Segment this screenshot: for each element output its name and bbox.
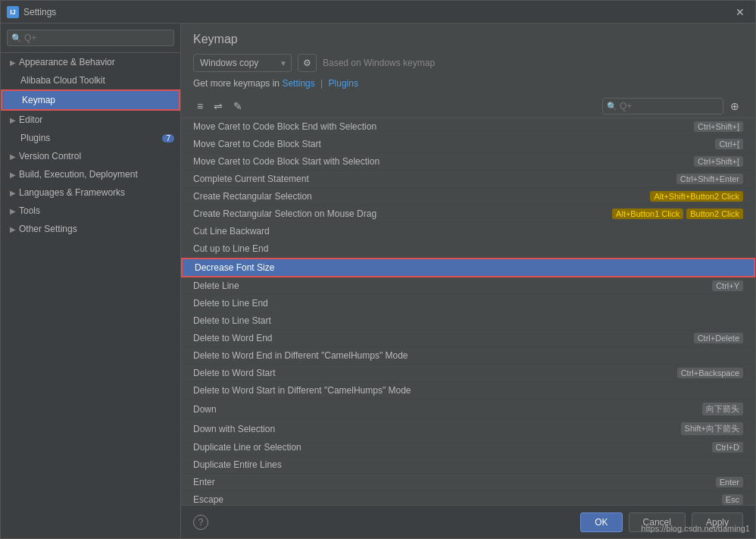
keymap-action-name: Create Rectangular Selection on Mouse Dr… (193, 208, 609, 219)
close-button[interactable]: ✕ (731, 5, 749, 20)
settings-link[interactable]: Settings (282, 78, 314, 89)
keymap-shortcut: 向下箭头 (702, 403, 743, 415)
keymap-row[interactable]: Move Caret to Code Block End with Select… (181, 118, 755, 136)
keymap-select-wrap: Windows copy ▼ (193, 54, 292, 72)
keymap-row[interactable]: Delete to Line Start (181, 312, 755, 330)
keymap-action-name: Delete to Line End (193, 298, 743, 309)
toolbar-search-button[interactable]: ⊕ (726, 98, 743, 114)
sidebar-item-build[interactable]: ▶ Build, Execution, Deployment (1, 165, 180, 183)
sidebar-item-languages[interactable]: ▶ Languages & Frameworks (1, 183, 180, 202)
edit-shortcut-button[interactable]: ✎ (230, 98, 246, 114)
sidebar-item-label: Alibaba Cloud Toolkit (20, 75, 105, 86)
keymap-action-name: Cut up to Line End (193, 243, 743, 254)
keymap-action-name: Decrease Font Size (195, 262, 742, 273)
keymap-action-name: Enter (193, 477, 713, 487)
keymap-action-name: Escape (193, 494, 719, 505)
toolbar-search-wrap: 🔍 ⊕ (602, 98, 743, 114)
keymap-row[interactable]: Delete LineCtrl+Y (181, 277, 755, 295)
toolbar-search-input[interactable] (602, 98, 723, 114)
chevron-right-icon: ▶ (10, 152, 16, 161)
footer-buttons: OK Cancel Apply (580, 512, 743, 532)
keymap-shortcut: Alt+Shift+Button2 Click (650, 191, 743, 202)
sidebar-item-label: Build, Execution, Deployment (19, 169, 138, 180)
sidebar-search-input[interactable] (7, 30, 174, 46)
sidebar-item-plugins[interactable]: Plugins7 (1, 129, 180, 147)
keymap-shortcut: Alt+Button1 Click (612, 208, 683, 219)
keymap-row[interactable]: Create Rectangular SelectionAlt+Shift+Bu… (181, 188, 755, 205)
keymap-row[interactable]: Duplicate Line or SelectionCtrl+D (181, 439, 755, 456)
keymap-shortcut: Esc (722, 494, 743, 505)
title-bar: IJ Settings ✕ (1, 1, 755, 24)
keymap-row[interactable]: Down with SelectionShift+向下箭头 (181, 419, 755, 439)
keymap-row[interactable]: Move Caret to Code Block Start with Sele… (181, 153, 755, 171)
sidebar-item-editor[interactable]: ▶ Editor (1, 111, 180, 129)
keymap-action-name: Down with Selection (193, 424, 678, 434)
collapse-all-button[interactable]: ⇌ (210, 98, 226, 114)
keymap-shortcut: Shift+向下箭头 (681, 422, 743, 435)
keymap-row[interactable]: Complete Current StatementCtrl+Shift+Ent… (181, 171, 755, 188)
ok-button[interactable]: OK (580, 512, 622, 532)
keymap-shortcut: Ctrl+Shift+] (694, 121, 743, 132)
keymap-action-name: Delete to Word End (193, 333, 691, 343)
sidebar-item-keymap[interactable]: Keymap (1, 89, 180, 111)
keymap-row[interactable]: Duplicate Entire Lines (181, 456, 755, 474)
chevron-right-icon: ▶ (10, 171, 16, 179)
sidebar-item-appearance[interactable]: ▶ Appearance & Behavior (1, 53, 180, 71)
expand-all-button[interactable]: ≡ (193, 98, 207, 114)
sidebar-item-alibaba[interactable]: Alibaba Cloud Toolkit (1, 71, 180, 89)
plugins-link[interactable]: Plugins (329, 78, 358, 89)
keymap-row[interactable]: EnterEnter (181, 474, 755, 491)
settings-window: IJ Settings ✕ 🔍 ▶ Appearance & BehaviorA… (0, 0, 756, 539)
keymap-shortcut: Ctrl+Y (712, 280, 743, 291)
sidebar-item-other[interactable]: ▶ Other Settings (1, 220, 180, 238)
keymap-select[interactable]: Windows copy (193, 54, 292, 72)
keymap-row[interactable]: Delete to Word StartCtrl+Backspace (181, 365, 755, 382)
keymap-shortcut: Ctrl+D (712, 442, 743, 453)
sidebar: 🔍 ▶ Appearance & BehaviorAlibaba Cloud T… (1, 24, 181, 538)
keymap-shortcut-2: Button2 Click (686, 208, 743, 219)
sidebar-item-label: Keymap (22, 95, 55, 105)
keymap-row[interactable]: Delete to Word End in Different "CamelHu… (181, 347, 755, 365)
keymap-row[interactable]: Cut Line Backward (181, 223, 755, 240)
gear-button[interactable]: ⚙ (298, 54, 317, 72)
sidebar-item-label: Languages & Frameworks (19, 187, 125, 198)
keymap-row[interactable]: Move Caret to Code Block StartCtrl+[ (181, 136, 755, 153)
keymap-row[interactable]: Create Rectangular Selection on Mouse Dr… (181, 205, 755, 223)
link-separator: | (320, 78, 323, 89)
keymap-action-name: Duplicate Line or Selection (193, 442, 709, 453)
app-icon: IJ (7, 6, 19, 18)
main-header: Keymap Windows copy ▼ ⚙ Based on Windows… (181, 24, 755, 95)
keymap-shortcut: Ctrl+Shift+Enter (676, 174, 743, 184)
keymap-action-name: Move Caret to Code Block Start (193, 139, 712, 149)
keymap-row[interactable]: Delete to Word EndCtrl+Delete (181, 330, 755, 347)
sidebar-item-label: Appearance & Behavior (19, 57, 115, 67)
keymap-controls: Windows copy ▼ ⚙ Based on Windows keymap (193, 54, 743, 72)
badge: 7 (162, 134, 174, 143)
keymap-shortcut: Ctrl+[ (715, 139, 743, 149)
sidebar-search-area: 🔍 (1, 24, 180, 53)
sidebar-item-label: Other Settings (19, 224, 77, 234)
search-icon: 🔍 (11, 33, 22, 43)
keymap-row[interactable]: Down向下箭头 (181, 400, 755, 419)
apply-button[interactable]: Apply (692, 512, 743, 532)
toolbar-search-icon: 🔍 (607, 102, 617, 111)
keymap-based-text: Based on Windows keymap (323, 58, 435, 68)
sidebar-item-version-control[interactable]: ▶ Version Control (1, 147, 180, 165)
main-panel: Keymap Windows copy ▼ ⚙ Based on Windows… (181, 24, 755, 538)
sidebar-item-tools[interactable]: ▶ Tools (1, 202, 180, 220)
keymap-action-name: Delete to Word Start (193, 368, 674, 378)
help-button[interactable]: ? (193, 515, 208, 530)
keymap-row[interactable]: Delete to Word Start in Different "Camel… (181, 382, 755, 400)
keymap-row[interactable]: Delete to Line End (181, 295, 755, 312)
keymap-action-name: Move Caret to Code Block End with Select… (193, 121, 691, 132)
keymap-row[interactable]: Decrease Font Size (181, 258, 755, 277)
cancel-button[interactable]: Cancel (629, 512, 686, 532)
footer: ? OK Cancel Apply (181, 505, 755, 538)
chevron-right-icon: ▶ (10, 116, 16, 124)
keymap-row[interactable]: Cut up to Line End (181, 240, 755, 258)
chevron-right-icon: ▶ (10, 189, 16, 197)
keymap-action-name: Delete to Word Start in Different "Camel… (193, 385, 743, 396)
keymap-row[interactable]: EscapeEsc (181, 491, 755, 505)
main-title: Keymap (193, 33, 743, 46)
keymap-action-name: Cut Line Backward (193, 226, 743, 237)
